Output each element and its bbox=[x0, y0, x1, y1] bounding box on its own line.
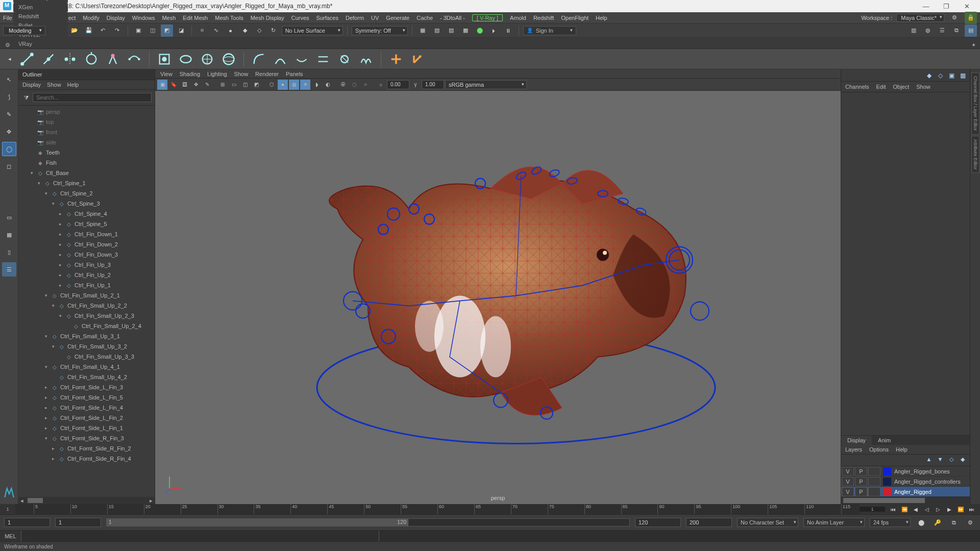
script-lang-label[interactable]: MEL bbox=[0, 531, 21, 541]
range-anim-start[interactable]: 1 bbox=[4, 518, 50, 527]
vp-gamma-icon[interactable]: γ bbox=[410, 80, 421, 90]
outliner-toggle-icon[interactable]: ☰ bbox=[936, 24, 948, 37]
cb-icon-2[interactable]: ◇ bbox=[936, 71, 944, 80]
constraint-orient-icon[interactable] bbox=[409, 51, 426, 68]
outliner-menu-help[interactable]: Help bbox=[67, 82, 79, 88]
autokey-icon[interactable]: ⬤ bbox=[916, 517, 927, 528]
account-signin[interactable]: Sign In bbox=[523, 26, 576, 35]
menu-redshift[interactable]: Redshift bbox=[533, 15, 554, 21]
outliner-item-ctrl_fin_small_up_2_3[interactable]: ▾◇Ctrl_Fin_Small_Up_2_3 bbox=[18, 311, 155, 321]
render-settings-icon[interactable]: ⬤ bbox=[474, 24, 486, 37]
menu-file[interactable]: File bbox=[3, 15, 12, 21]
vp-xray-joints-icon[interactable]: ○ bbox=[360, 80, 371, 90]
side-tab-modeling[interactable]: Channel Box / Layer Editor bbox=[971, 72, 979, 135]
outliner-item-ctrl_fornt_side_r_fin_2[interactable]: ▸◇Ctrl_Fornt_Side_R_Fin_2 bbox=[18, 443, 155, 454]
symmetry-selector[interactable]: Symmetry: Off bbox=[352, 26, 408, 35]
outliner-item-teeth[interactable]: ▸◆Teeth bbox=[18, 147, 155, 158]
vp-xray-icon[interactable]: ◌ bbox=[349, 80, 359, 90]
character-set-selector[interactable]: No Character Set bbox=[737, 518, 798, 527]
select-hierarchy-icon[interactable]: ◪ bbox=[175, 24, 187, 37]
workspace-gear-icon[interactable]: ⚙ bbox=[948, 12, 961, 24]
outliner-tree[interactable]: ▸📷persp▸📷top▸📷front▸📷side▸◆Teeth▸◆Fish▾◇… bbox=[18, 106, 155, 497]
vp-ao-icon[interactable]: ◐ bbox=[323, 80, 333, 90]
orient-joint-icon[interactable] bbox=[83, 51, 100, 68]
move-tool[interactable]: ✥ bbox=[2, 124, 16, 139]
outliner-menu-show[interactable]: Show bbox=[47, 82, 61, 88]
viewport-canvas[interactable]: persp bbox=[155, 91, 841, 504]
outliner-item-ctrl_spine_4[interactable]: ▸◇Ctrl_Spine_4 bbox=[18, 209, 155, 219]
open-scene-icon[interactable]: 📂 bbox=[68, 24, 81, 37]
layer-new-empty-icon[interactable]: ◇ bbox=[947, 456, 955, 464]
blendshape-icon[interactable] bbox=[250, 51, 267, 68]
play-back-icon[interactable]: ◁ bbox=[922, 505, 932, 514]
vp-menu-show[interactable]: Show bbox=[234, 71, 249, 77]
vp-select-camera-icon[interactable]: ▣ bbox=[157, 80, 167, 90]
layer-menu-help[interactable]: Help bbox=[896, 446, 908, 453]
outliner-item-ctrl_fin_small_up_2_4[interactable]: ▸◇Ctrl_Fin_Small_Up_2_4 bbox=[18, 321, 155, 331]
layer-angler_rigged_controllers[interactable]: VPAngler_Rigged_controllers bbox=[841, 477, 970, 487]
menu-set-selector[interactable]: Modeling bbox=[3, 26, 45, 35]
render-pause-icon[interactable]: ⏸ bbox=[502, 24, 514, 37]
outliner-item-ctrl_fin_small_up_3_1[interactable]: ▾◇Ctrl_Fin_Small_Up_3_1 bbox=[18, 331, 155, 341]
vp-resolution-gate-icon[interactable]: ◫ bbox=[240, 80, 250, 90]
vp-exposure-icon[interactable]: ☼ bbox=[376, 80, 386, 90]
render-seq-icon[interactable]: ⏵ bbox=[488, 24, 500, 37]
lattice-icon[interactable] bbox=[293, 51, 310, 68]
layer-new-icon[interactable]: ◆ bbox=[959, 456, 967, 464]
outliner-item-ctrl_fin_small_up_3_2[interactable]: ▾◇Ctrl_Fin_Small_Up_3_2 bbox=[18, 341, 155, 352]
layout-four-icon[interactable]: ▦ bbox=[2, 228, 16, 242]
menu-arnold[interactable]: Arnold bbox=[510, 15, 526, 21]
vp-bookmark-icon[interactable]: 🔖 bbox=[168, 80, 179, 90]
menu-uv[interactable]: UV bbox=[371, 15, 379, 21]
layout-single-icon[interactable]: ▭ bbox=[2, 210, 16, 224]
create-joint-icon[interactable] bbox=[18, 51, 36, 68]
layer-angler_rigged[interactable]: VPAngler_Rigged bbox=[841, 487, 970, 497]
outliner-item-side[interactable]: ▸📷side bbox=[18, 137, 155, 147]
live-surface-selector[interactable]: No Live Surface bbox=[282, 26, 343, 35]
snap-curve-icon[interactable]: ∿ bbox=[210, 24, 223, 37]
command-input[interactable] bbox=[21, 531, 379, 541]
snap-point-icon[interactable]: ● bbox=[225, 24, 237, 37]
vp-menu-view[interactable]: View bbox=[160, 71, 173, 77]
menu-curves[interactable]: Curves bbox=[291, 15, 309, 21]
vp-film-gate-icon[interactable]: ▭ bbox=[229, 80, 239, 90]
ipr-render-icon[interactable]: ▩ bbox=[459, 24, 472, 37]
hypershade-icon[interactable]: ◍ bbox=[922, 24, 934, 37]
outliner-filter-icon[interactable]: ⧩ bbox=[21, 91, 31, 104]
outliner-item-ctrl_fornt_side_l_fin_2[interactable]: ▸◇Ctrl_Fornt_Side_L_Fin_2 bbox=[18, 413, 155, 423]
paint-select-tool[interactable]: ✎ bbox=[2, 107, 16, 121]
outliner-item-ctrl_fornt_side_r_fin_4[interactable]: ▸◇Ctrl_Fornt_Side_R_Fin_4 bbox=[18, 454, 155, 464]
vp-menu-shading[interactable]: Shading bbox=[180, 71, 200, 77]
range-knob[interactable]: 1 bbox=[107, 519, 408, 526]
cb-menu-edit[interactable]: Edit bbox=[876, 84, 886, 90]
graph-editor-icon[interactable]: ⧉ bbox=[950, 24, 963, 37]
workspace-lock-icon[interactable]: 🔒 bbox=[965, 12, 977, 24]
cluster-icon[interactable] bbox=[272, 51, 289, 68]
outliner-item-ctrl_fin_small_up_3_3[interactable]: ▸◇Ctrl_Fin_Small_Up_3_3 bbox=[18, 352, 155, 362]
side-tab-attribute[interactable]: Attribute Editor bbox=[971, 136, 979, 173]
lasso-select-icon[interactable]: ◫ bbox=[146, 24, 159, 37]
ik-handle-icon[interactable] bbox=[104, 51, 121, 68]
layer-moveup-icon[interactable]: ▲ bbox=[925, 456, 933, 464]
prefs-icon[interactable]: ⚙ bbox=[965, 517, 976, 528]
vp-gamma-mode[interactable]: sRGB gamma bbox=[445, 80, 527, 89]
vp-menu-renderer[interactable]: Renderer bbox=[255, 71, 279, 77]
outliner-item-ctrl_fornt_side_l_fin_3[interactable]: ▸◇Ctrl_Fornt_Side_L_Fin_3 bbox=[18, 382, 155, 392]
menu-modify[interactable]: Modify bbox=[83, 15, 99, 21]
layer-hscroll[interactable] bbox=[841, 497, 970, 504]
scale-tool[interactable]: ◻ bbox=[2, 159, 16, 173]
range-play-start[interactable]: 1 bbox=[55, 518, 101, 527]
vp-shadows-icon[interactable]: ◗ bbox=[311, 80, 322, 90]
outliner-item-ctrl_spine_2[interactable]: ▾◇Ctrl_Spine_2 bbox=[18, 188, 155, 198]
redo-icon[interactable]: ↷ bbox=[111, 24, 124, 37]
layout-two-icon[interactable]: ▯ bbox=[2, 245, 16, 259]
layer-menu-options[interactable]: Options bbox=[869, 446, 889, 453]
insert-joint-icon[interactable] bbox=[40, 51, 57, 68]
menu-display[interactable]: Display bbox=[107, 15, 125, 21]
shelf-options-icon[interactable]: ⚙ bbox=[3, 42, 12, 48]
vp-gate-mask-icon[interactable]: ◩ bbox=[251, 80, 261, 90]
outliner-item-ctrl_fin_down_2[interactable]: ▸◇Ctrl_Fin_Down_2 bbox=[18, 239, 155, 249]
range-slider[interactable]: 1 120 bbox=[106, 518, 630, 527]
step-fwd-key-icon[interactable]: ⏩ bbox=[955, 505, 966, 514]
outliner-item-front[interactable]: ▸📷front bbox=[18, 127, 155, 137]
